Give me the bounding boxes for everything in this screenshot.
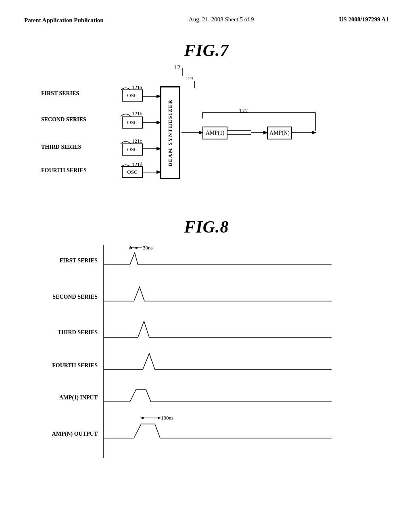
ref-123: 123	[186, 75, 194, 82]
date-sheet-label: Aug. 21, 2008 Sheet 5 of 9	[189, 16, 254, 23]
fig8-diagram: 30ns	[41, 241, 372, 466]
ref-12: 12	[174, 64, 180, 71]
fig8-section: FIG.8	[0, 213, 413, 470]
page: Patent Application Publication Aug. 21, …	[0, 0, 413, 532]
osc-box-4: OSC	[122, 166, 143, 178]
osc-box-2: OSC	[122, 116, 143, 129]
ref-122: 122	[239, 108, 248, 114]
svg-line-19	[129, 248, 130, 249]
waveform-label-third: THIRD SERIES	[41, 329, 98, 336]
waveform-label-amp1-input: AMP(1) INPUT	[41, 395, 98, 401]
waveform-label-second: SECOND SERIES	[41, 294, 98, 300]
waveform-label-first: FIRST SERIES	[41, 258, 98, 264]
fig7-section: FIG.7	[0, 33, 413, 213]
series-label-first: FIRST SERIES	[41, 90, 79, 97]
beam-synthesizer-label: BEAM SYNTHESIZER	[167, 99, 173, 166]
svg-text:30ns: 30ns	[143, 245, 153, 251]
waveform-label-ampn-output: AMP(N) OUTPUT	[41, 431, 98, 437]
fig7-diagram: 12 123 FIRST SERIES 121a OSC SECOND SERI…	[41, 64, 372, 209]
amp1-box: AMP(1)	[202, 127, 227, 139]
svg-text:100ns: 100ns	[161, 415, 173, 421]
osc-box-1: OSC	[122, 89, 143, 102]
series-label-fourth: FOURTH SERIES	[41, 167, 87, 174]
patent-number-label: US 2008/197299 A1	[339, 16, 389, 23]
ampn-box: AMP(N)	[267, 127, 292, 139]
beam-synthesizer-box: BEAM SYNTHESIZER	[160, 86, 180, 179]
publication-label: Patent Application Publication	[24, 16, 104, 25]
fig8-title: FIG.8	[24, 217, 389, 237]
series-label-second: SECOND SERIES	[41, 116, 86, 123]
waveform-label-fourth: FOURTH SERIES	[41, 362, 98, 369]
osc-box-3: OSC	[122, 143, 143, 156]
series-label-third: THIRD SERIES	[41, 144, 81, 150]
header: Patent Application Publication Aug. 21, …	[0, 0, 413, 33]
fig7-title: FIG.7	[24, 41, 389, 60]
